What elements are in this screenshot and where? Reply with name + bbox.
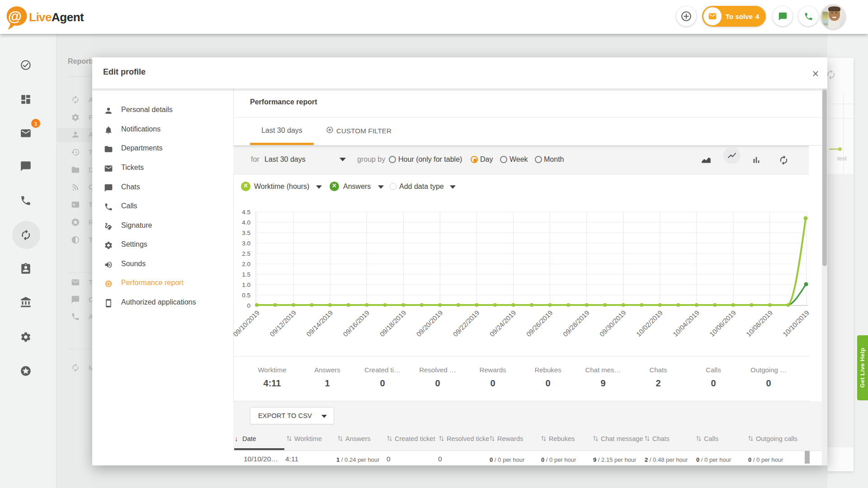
svg-text:09/20/2019: 09/20/2019	[415, 309, 444, 338]
svg-text:1.5: 1.5	[242, 271, 250, 278]
svg-text:test: test	[837, 155, 847, 162]
svg-text:09/18/2019: 09/18/2019	[378, 309, 407, 338]
svg-text:0: 0	[247, 302, 250, 309]
svg-text:C: C	[89, 183, 92, 191]
svg-text:09/14/2019: 09/14/2019	[305, 309, 334, 338]
svg-text:10/08/2019: 10/08/2019	[745, 309, 774, 338]
svg-text:2.5: 2.5	[242, 250, 250, 257]
svg-text:1: 1	[34, 121, 38, 127]
svg-text:P: P	[89, 113, 92, 121]
svg-text:R: R	[89, 218, 92, 226]
svg-text:1.0: 1.0	[242, 282, 250, 288]
svg-text:3.0: 3.0	[242, 240, 250, 247]
svg-text:A: A	[89, 313, 92, 320]
svg-text:4.5: 4.5	[242, 209, 250, 216]
svg-text:10/06/2019: 10/06/2019	[708, 309, 737, 338]
svg-text:09/24/2019: 09/24/2019	[488, 309, 518, 338]
svg-text:2.0: 2.0	[242, 261, 250, 267]
svg-text:0.5: 0.5	[242, 292, 250, 299]
svg-text:T: T	[89, 278, 92, 286]
svg-text:09/28/2019: 09/28/2019	[561, 309, 591, 338]
svg-text:M: M	[89, 364, 92, 371]
svg-text:T: T	[89, 236, 92, 244]
svg-text:09/16/2019: 09/16/2019	[341, 309, 371, 338]
svg-text:09/12/2019: 09/12/2019	[268, 309, 297, 338]
svg-text:A: A	[89, 131, 92, 138]
svg-text:D: D	[89, 166, 92, 174]
svg-text:T: T	[89, 201, 92, 208]
svg-text:4.0: 4.0	[242, 219, 250, 226]
svg-text:@: @	[8, 9, 22, 24]
svg-text:10/04/2019: 10/04/2019	[671, 309, 701, 338]
svg-text:A: A	[89, 96, 92, 103]
svg-text:09/10/2019: 09/10/2019	[233, 309, 261, 338]
svg-text:09/22/2019: 09/22/2019	[451, 309, 481, 338]
svg-text:10/02/2019: 10/02/2019	[635, 309, 664, 338]
svg-text:C: C	[89, 296, 92, 303]
svg-text:T: T	[89, 148, 92, 156]
svg-text:09/30/2019: 09/30/2019	[598, 309, 627, 338]
svg-text:3.5: 3.5	[242, 230, 250, 236]
svg-text:10/10/2019: 10/10/2019	[781, 309, 811, 338]
svg-text:09/26/2019: 09/26/2019	[525, 309, 554, 338]
